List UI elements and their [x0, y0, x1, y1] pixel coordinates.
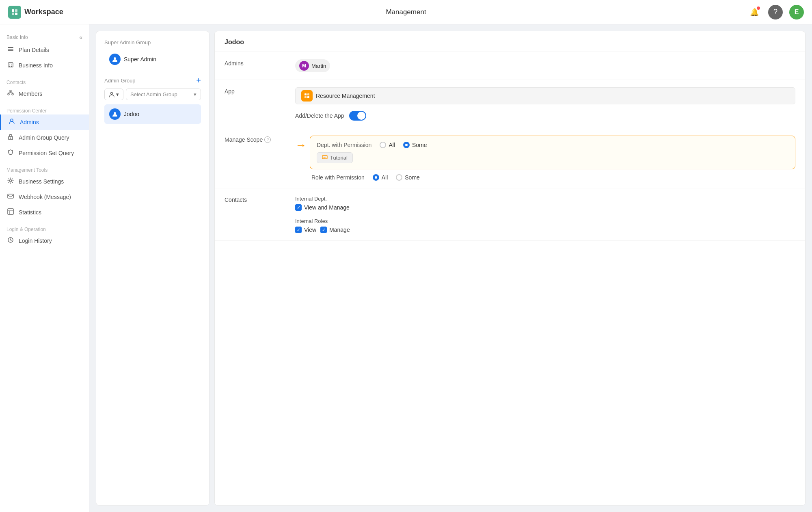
svg-point-15: [11, 119, 13, 121]
admins-value: M Martin: [295, 59, 795, 72]
sidebar-item-business-info[interactable]: Business Info: [0, 58, 89, 73]
svg-rect-7: [8, 63, 13, 67]
internal-dept-items: ✓ View and Manage: [295, 204, 795, 211]
select-admin-group-dropdown[interactable]: Select Admin Group ▾: [126, 89, 201, 100]
svg-rect-9: [11, 65, 12, 65]
scope-tag-tutorial[interactable]: Tutorial: [317, 152, 353, 163]
add-delete-toggle[interactable]: [349, 111, 366, 121]
layers-icon: [6, 46, 15, 54]
svg-rect-19: [8, 194, 13, 198]
table-icon: [6, 208, 15, 216]
dept-permission-label: Dept. with Permission: [317, 142, 371, 148]
notifications-button[interactable]: 🔔: [747, 5, 762, 19]
role-some-label: Some: [405, 174, 420, 181]
app-tag-resource-management[interactable]: Resource Management: [295, 87, 795, 104]
app-icon: [301, 90, 313, 102]
manage-label: Manage: [329, 227, 350, 233]
person-icon: [8, 118, 16, 126]
dept-all-option[interactable]: All: [380, 142, 395, 148]
svg-point-24: [114, 112, 116, 114]
role-all-option[interactable]: All: [373, 174, 388, 181]
sidebar-label-statistics: Statistics: [19, 209, 41, 216]
sidebar-section-tools: Management Tools: [0, 164, 89, 174]
app-name: Resource Management: [316, 93, 375, 99]
sidebar-label-plan-details: Plan Details: [19, 47, 49, 53]
svg-rect-25: [304, 93, 307, 95]
role-all-label: All: [382, 174, 388, 181]
group-item-label: Jodoo: [124, 111, 139, 117]
dept-some-radio: [403, 142, 410, 148]
internal-dept-label: Internal Dept.: [295, 196, 795, 202]
sidebar-item-statistics[interactable]: Statistics: [0, 205, 89, 220]
admin-tag-martin[interactable]: M Martin: [295, 59, 330, 72]
admin-group-header: Admin Group +: [104, 76, 201, 84]
notification-dot: [757, 6, 760, 10]
sidebar-label-business-settings: Business Settings: [19, 178, 64, 185]
admin-group-label: Admin Group: [104, 78, 136, 84]
martin-avatar: M: [299, 61, 309, 71]
role-some-option[interactable]: Some: [396, 174, 420, 181]
sidebar-item-login-history[interactable]: Login History: [0, 233, 89, 248]
scope-arrow-icon: →: [295, 136, 307, 152]
svg-point-14: [12, 93, 13, 95]
user-avatar-button[interactable]: E: [789, 5, 804, 19]
logo-text: Workspace: [24, 8, 63, 16]
admins-label: Admins: [225, 59, 285, 67]
view-and-manage-option[interactable]: ✓ View and Manage: [295, 204, 350, 211]
svg-rect-27: [304, 96, 307, 98]
svg-rect-2: [12, 13, 14, 15]
add-delete-app-label: Add/Delete the App: [295, 112, 344, 119]
sidebar-item-business-settings[interactable]: Business Settings: [0, 174, 89, 189]
role-permission-row: Role with Permission All Some: [295, 174, 420, 181]
help-button[interactable]: ?: [768, 5, 783, 19]
dept-some-option[interactable]: Some: [403, 142, 427, 148]
manage-checkbox: ✓: [320, 227, 327, 233]
app-label: App: [225, 87, 285, 95]
dept-all-radio: [380, 142, 386, 148]
sidebar-item-permission-set-query[interactable]: Permission Set Query: [0, 145, 89, 161]
sidebar-item-admins[interactable]: Admins: [0, 114, 89, 130]
admins-row: Admins M Martin: [215, 52, 805, 80]
dept-all-label: All: [389, 142, 395, 148]
dept-some-label: Some: [412, 142, 427, 148]
svg-rect-3: [15, 13, 17, 15]
svg-rect-6: [8, 47, 13, 48]
manage-option[interactable]: ✓ Manage: [320, 227, 350, 233]
sidebar-label-webhook: Webhook (Message): [19, 194, 71, 200]
lock-icon: [6, 134, 15, 142]
filter-icon-button[interactable]: ▾: [104, 89, 123, 100]
collapse-button[interactable]: «: [79, 34, 82, 41]
select-group-row: ▾ Select Admin Group ▾: [104, 89, 201, 100]
sidebar-section-contacts: Contacts: [0, 76, 89, 86]
manage-scope-label: Manage Scope ?: [225, 136, 285, 143]
sidebar-item-admin-group-query[interactable]: Admin Group Query: [0, 130, 89, 145]
super-admin-item[interactable]: Super Admin: [104, 50, 201, 68]
svg-point-17: [10, 138, 11, 139]
view-checkbox: ✓: [295, 227, 302, 233]
dept-permission-row: Dept. with Permission All Some: [317, 142, 788, 148]
sidebar-item-webhook[interactable]: Webhook (Message): [0, 189, 89, 205]
view-option[interactable]: ✓ View: [295, 227, 316, 233]
left-panel: Super Admin Group Super Admin Admin Grou…: [96, 31, 209, 506]
logo[interactable]: Workspace: [8, 6, 63, 19]
app-row: App Resource Management Add/Delete the A…: [215, 80, 805, 128]
shield-icon: [6, 149, 15, 157]
manage-scope-row: Manage Scope ? → Dept. with Permission A…: [215, 128, 805, 188]
group-item-jodoo[interactable]: Jodoo: [104, 104, 201, 124]
sidebar-label-login-history: Login History: [19, 238, 52, 244]
history-icon: [6, 237, 15, 245]
svg-rect-0: [12, 9, 14, 12]
sidebar-item-plan-details[interactable]: Plan Details: [0, 42, 89, 58]
role-permission-label: Role with Permission: [311, 174, 365, 181]
right-panel-title: Jodoo: [215, 31, 805, 52]
filter-icon-chevron: ▾: [116, 91, 119, 97]
sidebar-item-members[interactable]: Members: [0, 86, 89, 102]
svg-point-13: [8, 93, 9, 95]
view-and-manage-checkbox: ✓: [295, 204, 302, 211]
contacts-label: Contacts: [225, 196, 285, 203]
role-some-radio: [396, 174, 402, 181]
internal-roles-items: ✓ View ✓ Manage: [295, 227, 795, 233]
topnav-right: 🔔 ? E: [747, 5, 804, 19]
scope-tag-label: Tutorial: [330, 155, 348, 161]
add-admin-group-button[interactable]: +: [196, 76, 201, 84]
